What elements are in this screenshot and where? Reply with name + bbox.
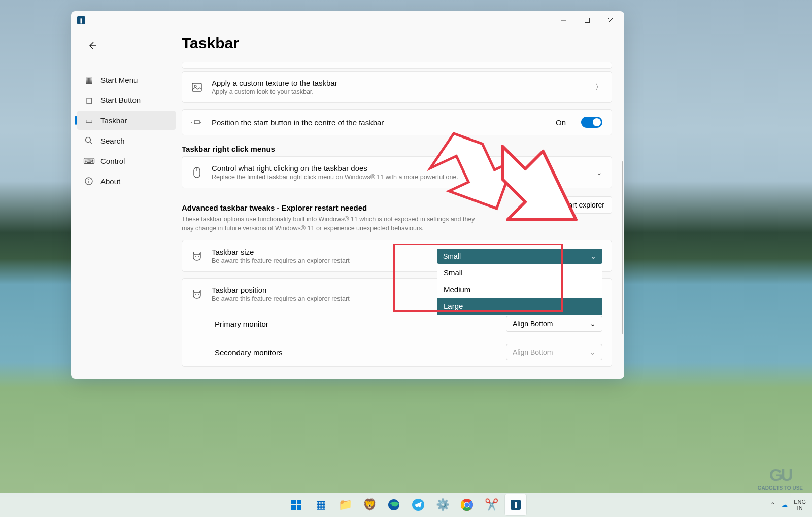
svg-rect-21: [297, 500, 301, 504]
windows-taskbar: ▦ 📁 🦁 ⚙️ ✂️ ❚ ⌃ ☁ ENG IN: [0, 493, 812, 517]
align-center-icon: [191, 117, 202, 128]
tray-chevron-icon[interactable]: ⌃: [770, 501, 775, 508]
svg-point-8: [88, 179, 89, 180]
setting-title: Apply a custom texture to the taskbar: [212, 79, 586, 87]
sidebar-item-start-button[interactable]: ◻ Start Button: [77, 90, 176, 110]
sidebar-item-label: Start Button: [100, 96, 141, 105]
taskbar-app-explorer[interactable]: 📁: [334, 494, 356, 515]
keyboard-icon: ⌨: [84, 156, 93, 165]
taskbar-app-telegram[interactable]: [408, 494, 429, 515]
svg-point-18: [195, 294, 196, 295]
main-content: Taskbar Apply a custom texture to the ta…: [182, 29, 624, 379]
grid-icon: ▦: [84, 75, 93, 84]
option-medium[interactable]: Medium: [437, 281, 602, 298]
sidebar: ▦ Start Menu ◻ Start Button ▭ Taskbar Se…: [71, 29, 182, 379]
back-button[interactable]: [82, 36, 103, 56]
language-indicator[interactable]: ENG IN: [794, 499, 806, 511]
sub-label: Primary monitor: [215, 320, 268, 328]
section-heading: Advanced taskbar tweaks - Explorer resta…: [182, 203, 481, 212]
taskbar-app-snip[interactable]: ✂️: [481, 494, 502, 515]
sidebar-item-control[interactable]: ⌨ Control: [77, 151, 176, 170]
chevron-right-icon: 〉: [595, 83, 602, 92]
sidebar-item-about[interactable]: About: [77, 171, 176, 191]
setting-texture[interactable]: Apply a custom texture to the taskbar Ap…: [182, 71, 612, 103]
svg-rect-22: [291, 505, 296, 510]
taskbar-app-chrome[interactable]: [456, 494, 478, 515]
svg-point-4: [86, 137, 91, 143]
secondary-monitor-select: Align Bottom ⌄: [506, 344, 602, 360]
svg-rect-9: [192, 83, 201, 91]
titlebar: ❚: [71, 11, 624, 29]
cat-icon: [191, 289, 202, 300]
sidebar-item-start-menu[interactable]: ▦ Start Menu: [77, 70, 176, 89]
setting-title: Position the start button in the centre …: [212, 118, 547, 127]
image-icon: [191, 82, 202, 93]
button-icon: ◻: [84, 95, 93, 105]
chevron-down-icon: ⌄: [590, 348, 596, 356]
selected-value: Align Bottom: [513, 320, 553, 328]
system-tray: ⌃ ☁ ENG IN: [770, 499, 806, 511]
sidebar-item-search[interactable]: Search: [77, 131, 176, 150]
option-large[interactable]: Large: [437, 298, 602, 315]
setting-subtitle: Be aware this feature requires an explor…: [212, 257, 428, 264]
mouse-icon: [191, 167, 202, 178]
primary-monitor-select[interactable]: Align Bottom ⌄: [506, 316, 602, 332]
taskbar-app-current[interactable]: ❚: [505, 494, 526, 515]
option-small[interactable]: Small: [437, 264, 602, 281]
section-heading: Taskbar right click menus: [182, 145, 612, 153]
info-icon: [84, 177, 93, 186]
selected-value: Small: [443, 252, 461, 260]
chevron-down-icon: ⌄: [590, 252, 596, 260]
tray-onedrive-icon[interactable]: ☁: [782, 501, 788, 508]
sidebar-item-label: About: [100, 177, 120, 186]
svg-point-31: [465, 503, 469, 507]
setting-subtitle: Apply a custom look to your taskbar.: [212, 88, 586, 95]
app-window: ❚ ▦ Start Menu ◻: [71, 11, 624, 379]
toggle-state: On: [556, 118, 566, 127]
taskbar-app-edge[interactable]: [383, 494, 404, 515]
sidebar-item-label: Taskbar: [100, 116, 127, 125]
taskbar-size-select[interactable]: Small ⌄: [437, 249, 602, 264]
svg-point-19: [198, 294, 199, 295]
watermark: GU GADGETS TO USE: [758, 465, 803, 491]
svg-line-5: [90, 142, 93, 145]
card-spacer: [182, 62, 612, 69]
taskbar-app-brave[interactable]: 🦁: [359, 494, 380, 515]
cat-icon: [191, 251, 202, 262]
sidebar-item-taskbar[interactable]: ▭ Taskbar: [77, 111, 176, 130]
chevron-down-icon: ⌄: [590, 320, 596, 328]
svg-rect-23: [297, 505, 301, 510]
svg-rect-20: [291, 500, 296, 504]
setting-subtitle: Replace the limited taskbar right click …: [212, 174, 587, 181]
setting-right-click[interactable]: Control what right clicking on the taskb…: [182, 156, 612, 188]
setting-taskbar-size: Taskbar size Be aware this feature requi…: [182, 240, 612, 272]
svg-point-16: [195, 256, 196, 257]
sidebar-item-label: Start Menu: [100, 76, 138, 84]
chevron-down-icon: ⌄: [596, 168, 602, 177]
app-icon: ❚: [77, 16, 85, 24]
page-title: Taskbar: [182, 35, 612, 52]
svg-point-17: [198, 256, 199, 257]
sidebar-item-label: Search: [100, 136, 125, 145]
taskbar-app-store[interactable]: ▦: [310, 494, 331, 515]
taskbar-app-settings[interactable]: ⚙️: [432, 494, 453, 515]
selected-value: Align Bottom: [513, 348, 553, 356]
start-button[interactable]: [286, 494, 307, 515]
svg-rect-11: [194, 121, 199, 124]
search-icon: [84, 136, 93, 145]
scrollbar[interactable]: [622, 161, 623, 334]
taskbar-icon: ▭: [84, 116, 93, 125]
taskbar-size-options: Small Medium Large: [437, 264, 602, 315]
sub-label: Secondary monitors: [215, 348, 282, 357]
maximize-button[interactable]: [576, 12, 599, 28]
section-description: These taskbar options use functionality …: [182, 215, 481, 233]
setting-title: Control what right clicking on the taskb…: [212, 164, 587, 173]
minimize-button[interactable]: [552, 12, 576, 28]
setting-center-start: Position the start button in the centre …: [182, 109, 612, 135]
sidebar-item-label: Control: [100, 157, 125, 165]
restart-explorer-button[interactable]: Restart explorer: [546, 196, 612, 214]
toggle-center-start[interactable]: [581, 117, 602, 128]
setting-title: Taskbar size: [212, 248, 428, 256]
close-button[interactable]: [599, 12, 622, 28]
svg-rect-1: [585, 18, 590, 23]
